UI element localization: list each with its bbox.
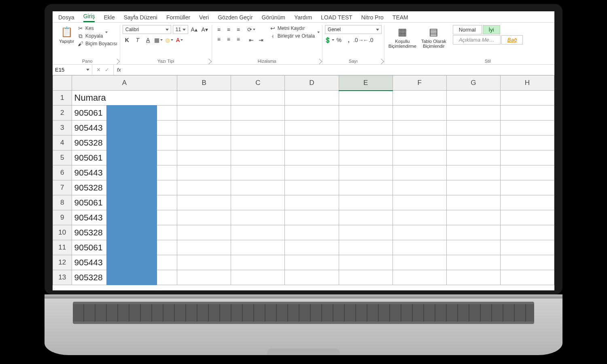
cell-E10[interactable]	[339, 225, 393, 240]
cell-H6[interactable]	[500, 165, 554, 180]
row-header[interactable]: 10	[53, 225, 72, 240]
copy-button[interactable]: ⧉Kopyala	[77, 33, 117, 39]
row-header[interactable]: 5	[53, 150, 72, 165]
align-top-icon[interactable]: ≡	[214, 25, 223, 34]
cell-H13[interactable]	[500, 270, 554, 285]
cancel-formula-icon[interactable]: ✕	[96, 67, 101, 73]
cell-C10[interactable]	[231, 225, 285, 240]
italic-button[interactable]: T	[133, 36, 142, 44]
orientation-button[interactable]: ⟳	[247, 25, 256, 34]
ribbon-tab-sayfa düzeni[interactable]: Sayfa Düzeni	[124, 14, 157, 22]
number-format-combo[interactable]: Genel	[325, 25, 382, 34]
borders-button[interactable]: ▦	[154, 36, 163, 44]
row-header[interactable]: 11	[53, 240, 72, 255]
cell-H7[interactable]	[500, 180, 554, 195]
row-header[interactable]: 3	[53, 121, 72, 135]
cell-G2[interactable]	[446, 106, 500, 121]
cell-C3[interactable]	[231, 121, 285, 135]
paste-button[interactable]: 📋 Yapıştır	[57, 25, 76, 44]
font-face-combo[interactable]: Calibri	[123, 25, 171, 34]
ribbon-tab-gözden geçir[interactable]: Gözden Geçir	[218, 14, 253, 22]
cell-H10[interactable]	[500, 225, 554, 240]
cell-D9[interactable]	[285, 210, 339, 225]
cell-E5[interactable]	[339, 150, 393, 165]
row-header[interactable]: 9	[53, 210, 72, 225]
cell-B5[interactable]	[177, 150, 231, 165]
row-header[interactable]: 7	[53, 180, 72, 195]
column-header-E[interactable]: E	[339, 76, 393, 91]
cell-H2[interactable]	[500, 106, 554, 121]
cell-style-normal[interactable]: Normal	[453, 25, 482, 34]
cell-E7[interactable]	[339, 180, 393, 195]
format-as-table-button[interactable]: ▤ Tablo Olarak Biçimlendir	[420, 25, 448, 49]
cell-H9[interactable]	[500, 210, 554, 225]
bold-button[interactable]: K	[123, 36, 132, 44]
cell-B7[interactable]	[177, 180, 231, 195]
cell-B11[interactable]	[177, 240, 231, 255]
cell-B13[interactable]	[177, 270, 231, 285]
cell-H11[interactable]	[500, 240, 554, 255]
cell-A10[interactable]: 905328	[72, 225, 177, 240]
ribbon-tab-görünüm[interactable]: Görünüm	[262, 14, 285, 22]
cell-C11[interactable]	[231, 240, 285, 255]
fx-icon[interactable]: fx	[114, 67, 124, 73]
column-header-A[interactable]: A	[72, 76, 177, 91]
cell-B4[interactable]	[177, 135, 231, 150]
cell-C9[interactable]	[231, 210, 285, 225]
cell-F6[interactable]	[393, 165, 446, 180]
cell-H8[interactable]	[500, 195, 554, 210]
cell-A8[interactable]: 905061	[72, 195, 177, 210]
cell-F10[interactable]	[393, 225, 446, 240]
cell-A1[interactable]: Numara	[72, 91, 177, 106]
cell-G6[interactable]	[446, 165, 500, 180]
cell-C8[interactable]	[231, 195, 285, 210]
column-header-G[interactable]: G	[446, 76, 500, 91]
align-middle-icon[interactable]: ≡	[224, 25, 233, 34]
ribbon-tab-ekle[interactable]: Ekle	[104, 14, 115, 22]
cell-A6[interactable]: 905443	[72, 165, 177, 180]
cell-G4[interactable]	[446, 135, 500, 150]
cell-F8[interactable]	[393, 195, 446, 210]
ribbon-tab-giriş[interactable]: Giriş	[83, 13, 95, 22]
cell-G5[interactable]	[446, 150, 500, 165]
merge-center-button[interactable]: ⫞Birleştir ve Ortala	[270, 33, 320, 39]
cell-E2[interactable]	[339, 106, 393, 121]
cell-C4[interactable]	[231, 135, 285, 150]
cell-E4[interactable]	[339, 135, 393, 150]
cell-G7[interactable]	[446, 180, 500, 195]
cell-B10[interactable]	[177, 225, 231, 240]
cell-G11[interactable]	[446, 240, 500, 255]
cell-F12[interactable]	[393, 255, 446, 270]
increase-font-icon[interactable]: A▴	[190, 25, 199, 34]
column-header-B[interactable]: B	[177, 76, 231, 91]
align-right-icon[interactable]: ≡	[234, 35, 243, 44]
cell-B1[interactable]	[177, 91, 231, 106]
wrap-text-button[interactable]: ↩Metni Kaydır	[270, 25, 320, 32]
cell-A2[interactable]: 905061	[72, 106, 177, 121]
cell-F5[interactable]	[393, 150, 446, 165]
cell-C12[interactable]	[231, 255, 285, 270]
cell-B12[interactable]	[177, 255, 231, 270]
cell-C2[interactable]	[231, 106, 285, 121]
row-header[interactable]: 13	[53, 270, 72, 285]
cell-G13[interactable]	[446, 270, 500, 285]
underline-button[interactable]: A	[144, 36, 153, 44]
cell-F1[interactable]	[393, 91, 446, 106]
ribbon-tab-load test[interactable]: LOAD TEST	[321, 14, 352, 22]
column-header-C[interactable]: C	[231, 76, 285, 91]
cell-D2[interactable]	[285, 106, 339, 121]
row-header[interactable]: 2	[53, 106, 72, 121]
cell-C1[interactable]	[231, 91, 285, 106]
column-header-F[interactable]: F	[393, 76, 446, 91]
fill-color-button[interactable]: ◍	[165, 36, 174, 44]
cell-F13[interactable]	[393, 270, 446, 285]
cell-style-bad[interactable]: Bağ	[501, 35, 523, 44]
cell-G8[interactable]	[446, 195, 500, 210]
cell-A3[interactable]: 905443	[72, 121, 177, 135]
cell-F9[interactable]	[393, 210, 446, 225]
decrease-decimal-icon[interactable]: ←.0	[364, 36, 373, 44]
row-header[interactable]: 6	[53, 165, 72, 180]
cell-style-note[interactable]: Açıklama Me…	[453, 35, 501, 44]
cell-D4[interactable]	[285, 135, 339, 150]
cell-A4[interactable]: 905328	[72, 135, 177, 150]
